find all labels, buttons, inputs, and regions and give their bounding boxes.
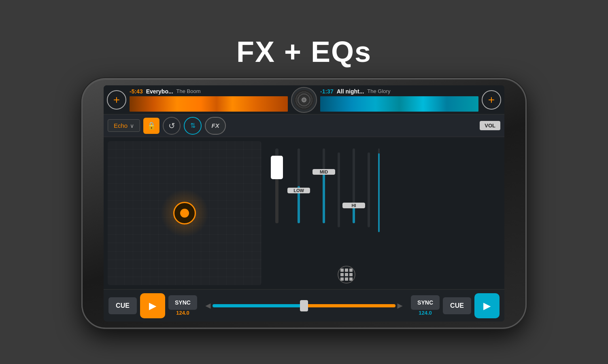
crossfader-right-arrow-icon: ►: [395, 301, 404, 311]
crossfader-handle[interactable]: [300, 300, 308, 311]
fx-select-dropdown[interactable]: Echo ∨: [108, 119, 140, 132]
crossfader-fill-right: [308, 304, 395, 307]
grid-button[interactable]: [338, 266, 355, 284]
fx-select-label: Echo: [114, 122, 128, 129]
deck-left-track: Everybo...: [146, 88, 173, 95]
pad-trigger-button[interactable]: [173, 202, 196, 224]
top-bar: + -5:43 Everybo... The Boom: [104, 85, 504, 114]
play-left-icon: ▶: [149, 300, 156, 311]
deck-right-info: -1:37 All night... The Glory: [320, 88, 478, 95]
eq-mid-slider[interactable]: MID: [313, 144, 335, 237]
play-left-button[interactable]: ▶: [140, 293, 165, 318]
eq-icon: ⇅: [190, 122, 196, 129]
play-right-icon: ▶: [483, 300, 491, 311]
eq-low-slider[interactable]: LOW: [287, 144, 310, 237]
cue-right-button[interactable]: CUE: [443, 297, 471, 314]
device-wrapper: + -5:43 Everybo... The Boom: [81, 78, 527, 329]
channel-fader-left[interactable]: [269, 144, 285, 229]
grid-icon: [340, 269, 353, 281]
device-screen: + -5:43 Everybo... The Boom: [104, 85, 504, 322]
deck-right-time: -1:37: [320, 88, 334, 95]
fx-button[interactable]: FX: [205, 117, 226, 135]
pad-dot: [180, 209, 189, 218]
eq-hi-slider[interactable]: HI: [342, 144, 365, 237]
vol-fader[interactable]: [375, 144, 383, 237]
deck-right: -1:37 All night... The Glory: [317, 85, 482, 114]
crossfader[interactable]: [213, 304, 396, 307]
lock-button[interactable]: 🔒: [143, 118, 159, 134]
cue-left-button[interactable]: CUE: [108, 297, 137, 314]
center-logo: [291, 87, 317, 113]
sync-left-button[interactable]: SYNC: [168, 295, 197, 310]
deck-left-artist: The Boom: [176, 88, 201, 94]
sync-right-bpm: 124.0: [419, 310, 432, 316]
eq-low-label: LOW: [293, 188, 304, 193]
bottom-controls: CUE ▶ SYNC 124.0 ◄ ►: [104, 289, 504, 322]
deck-left-info: -5:43 Everybo... The Boom: [130, 88, 288, 95]
eq-button[interactable]: ⇅: [184, 117, 202, 135]
add-track-right-button[interactable]: +: [482, 90, 501, 110]
eq-mid-label: MID: [320, 169, 328, 174]
refresh-button[interactable]: ↺: [163, 117, 181, 135]
vinyl-icon: [294, 90, 314, 110]
waveform-right[interactable]: [320, 96, 478, 112]
chevron-down-icon: ∨: [130, 123, 134, 129]
refresh-icon: ↺: [168, 121, 175, 131]
sync-left-bpm: 124.0: [176, 310, 189, 316]
pad-area: [104, 137, 266, 289]
fx-label: FX: [212, 122, 219, 129]
eq-dark-bar: [338, 152, 340, 227]
eq-mid-handle[interactable]: MID: [313, 169, 335, 175]
pad-grid[interactable]: [108, 141, 261, 285]
controls-bar: Echo ∨ 🔒 ↺ ⇅ FX VOL: [104, 114, 504, 137]
vinyl-inner: [302, 97, 306, 102]
sync-right-group: SYNC 124.0: [411, 295, 440, 316]
deck-left-time: -5:43: [130, 88, 143, 95]
eq-dark-bar-2: [368, 152, 370, 227]
deck-right-artist: The Glory: [367, 88, 390, 94]
mixer-area: LOW MID: [266, 137, 504, 289]
play-right-button[interactable]: ▶: [474, 293, 500, 318]
deck-left: -5:43 Everybo... The Boom: [126, 85, 291, 114]
eq-hi-handle[interactable]: HI: [342, 203, 365, 208]
sync-right-button[interactable]: SYNC: [411, 295, 440, 310]
crossfader-left-arrow-icon: ◄: [204, 301, 213, 311]
main-area: LOW MID: [104, 137, 504, 289]
sync-left-group: SYNC 124.0: [168, 295, 197, 316]
eq-hi-label: HI: [352, 203, 356, 208]
lock-icon: 🔒: [147, 121, 156, 130]
crossfader-fill-left: [213, 304, 300, 307]
page-title: FX + EQs: [236, 35, 372, 68]
waveform-left[interactable]: [130, 96, 288, 112]
crossfader-area: ◄ ►: [200, 301, 408, 311]
add-track-left-button[interactable]: +: [107, 90, 126, 110]
deck-right-track: All night...: [337, 88, 364, 95]
vol-label: VOL: [480, 121, 500, 130]
eq-low-handle[interactable]: LOW: [287, 188, 310, 193]
